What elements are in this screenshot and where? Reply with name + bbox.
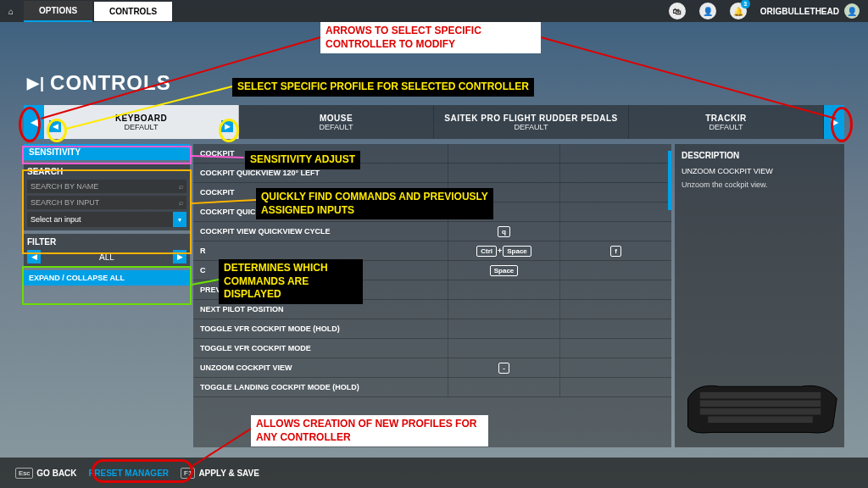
command-binding-2[interactable] — [559, 144, 671, 163]
preset-manager-button[interactable]: PRESET MANAGER — [89, 469, 169, 478]
apply-save-button[interactable]: F1 APPLY & SAVE — [181, 468, 259, 479]
controller-name: MOUSE — [320, 114, 353, 123]
sensitivity-button[interactable]: SENSITIVITY — [24, 144, 190, 160]
command-label: NEXT PILOT POSITION — [193, 305, 448, 313]
go-back-label: GO BACK — [36, 469, 76, 478]
controller-tab-trackir[interactable]: TRACKIR DEFAULT — [629, 105, 824, 139]
search-icon: ⌕ — [179, 182, 183, 191]
search-panel: SEARCH SEARCH BY NAME ⌕ SEARCH BY INPUT … — [24, 164, 190, 230]
annotation-filter: DETERMINES WHICH COMMANDS ARE DISPLAYED — [219, 259, 363, 304]
controller-tab-keyboard[interactable]: KEYBOARD DEFAULT ◀ ▶ — [44, 105, 239, 139]
controller-next-arrow[interactable]: ▶ — [824, 105, 844, 139]
notification-badge: 3 — [741, 0, 750, 8]
username-area[interactable]: ORIGBULLETHEAD 👤 — [760, 3, 860, 19]
command-binding-2[interactable] — [559, 339, 671, 358]
title-chevron-icon: ▶| — [27, 74, 45, 92]
command-binding-1[interactable] — [448, 164, 559, 182]
command-binding-1[interactable] — [448, 319, 559, 338]
annotation-preset: ALLOWS CREATION OF NEW PROFILES FOR ANY … — [251, 415, 488, 446]
command-binding-1[interactable]: - — [448, 358, 559, 377]
left-column: SENSITIVITY SEARCH SEARCH BY NAME ⌕ SEAR… — [24, 144, 190, 447]
command-row[interactable]: TOGGLE VFR COCKPIT MODE (HOLD) — [193, 319, 671, 339]
command-binding-2[interactable] — [559, 378, 671, 396]
command-binding-2[interactable] — [559, 202, 671, 221]
tab-controls[interactable]: CONTROLS — [94, 2, 172, 21]
controller-prev-arrow[interactable]: ◀ — [24, 105, 44, 139]
controller-name: SAITEK PRO FLIGHT RUDDER PEDALS — [444, 114, 617, 123]
expand-collapse-button[interactable]: EXPAND / COLLAPSE ALL — [24, 270, 190, 286]
scrollbar[interactable] — [668, 151, 671, 210]
page-title-text: CONTROLS — [50, 71, 171, 95]
controller-name: TRACKIR — [705, 114, 747, 123]
filter-value: ALL — [41, 252, 173, 262]
home-icon[interactable]: ⌂ — [8, 7, 14, 16]
annotation-search: QUICKLY FIND COMMANDS AND PREVIOUSLY ASS… — [256, 188, 493, 219]
chevron-down-icon: ▾ — [173, 212, 186, 227]
store-icon[interactable]: 🛍 — [669, 3, 686, 19]
select-input-label: Select an input — [31, 215, 81, 224]
command-binding-1[interactable]: q — [448, 222, 559, 241]
svg-rect-0 — [700, 392, 821, 399]
username-label: ORIGBULLETHEAD — [760, 7, 839, 16]
command-binding-2[interactable] — [559, 222, 671, 241]
command-label: TOGGLE VFR COCKPIT MODE (HOLD) — [193, 324, 448, 333]
command-binding-2[interactable] — [559, 319, 671, 338]
annotation-arrows: ARROWS TO SELECT SPECIFIC CONTROLLER TO … — [320, 22, 541, 53]
command-row[interactable]: TOGGLE LANDING COCKPIT MODE (HOLD) — [193, 378, 671, 397]
command-binding-2[interactable] — [559, 261, 671, 280]
command-binding-1[interactable]: Space — [448, 261, 559, 280]
search-title: SEARCH — [27, 167, 186, 176]
description-panel: DESCRIPTION UNZOOM COCKPIT VIEW Unzoom t… — [675, 144, 844, 447]
command-binding-2[interactable] — [559, 358, 671, 377]
keyboard-image — [680, 373, 841, 441]
command-row[interactable]: RCtrl + Spacef — [193, 241, 671, 261]
command-binding-1[interactable] — [448, 339, 559, 358]
select-input-dropdown[interactable]: Select an input ▾ — [27, 212, 186, 227]
command-binding-1[interactable] — [448, 378, 559, 396]
description-name: UNZOOM COCKPIT VIEW — [682, 167, 837, 175]
description-title: DESCRIPTION — [682, 151, 837, 160]
command-label: R — [193, 247, 448, 255]
command-row[interactable]: COCKPIT VIEW QUICKVIEW CYCLEq — [193, 222, 671, 241]
controller-profile: DEFAULT — [320, 123, 353, 131]
command-row[interactable]: TOGGLE VFR COCKPIT MODE — [193, 339, 671, 358]
command-label: TOGGLE LANDING COCKPIT MODE (HOLD) — [193, 383, 448, 391]
preset-manager-label: PRESET MANAGER — [89, 469, 169, 478]
command-binding-1[interactable] — [448, 300, 559, 319]
command-row[interactable]: UNZOOM COCKPIT VIEW- — [193, 358, 671, 378]
command-binding-1[interactable]: Ctrl + Space — [448, 241, 559, 260]
controller-profile: DEFAULT — [709, 123, 743, 131]
controller-tab-pedals[interactable]: SAITEK PRO FLIGHT RUDDER PEDALS DEFAULT — [434, 105, 629, 139]
controller-tab-mouse[interactable]: MOUSE DEFAULT — [239, 105, 434, 139]
search-placeholder: SEARCH BY NAME — [31, 182, 98, 191]
profile-icon[interactable]: 👤 — [699, 3, 716, 19]
search-by-input-input[interactable]: SEARCH BY INPUT ⌕ — [27, 196, 186, 209]
apply-save-label: APPLY & SAVE — [198, 469, 259, 478]
filter-next-arrow[interactable]: ▶ — [173, 250, 186, 263]
go-back-button[interactable]: Esc GO BACK — [15, 468, 77, 479]
filter-prev-arrow[interactable]: ◀ — [27, 250, 41, 263]
tab-options[interactable]: OPTIONS — [24, 1, 92, 22]
command-binding-2[interactable] — [559, 280, 671, 299]
profile-prev-arrow[interactable]: ◀ — [49, 120, 61, 132]
annotation-sensitivity: SENSITIVITY ADJUST — [245, 151, 360, 169]
command-label: UNZOOM COCKPIT VIEW — [193, 363, 448, 372]
command-binding-2[interactable] — [559, 183, 671, 202]
command-binding-1[interactable] — [448, 144, 559, 163]
command-binding-1[interactable] — [448, 280, 559, 299]
profile-next-arrow[interactable]: ▶ — [221, 120, 233, 132]
command-binding-2[interactable] — [559, 300, 671, 319]
command-label: TOGGLE VFR COCKPIT MODE — [193, 344, 448, 352]
controller-profile: DEFAULT — [515, 123, 548, 131]
notifications-icon[interactable]: 🔔 3 — [730, 3, 747, 19]
svg-rect-3 — [708, 416, 813, 423]
bottom-bar: Esc GO BACK PRESET MANAGER F1 APPLY & SA… — [0, 458, 868, 488]
controller-row: ◀ KEYBOARD DEFAULT ◀ ▶ MOUSE DEFAULT SAI… — [24, 105, 844, 139]
command-label: COCKPIT QUICKVIEW 120° LEFT — [193, 169, 448, 177]
key-hint: Esc — [15, 468, 33, 479]
filter-title: FILTER — [27, 237, 186, 247]
search-by-name-input[interactable]: SEARCH BY NAME ⌕ — [27, 180, 186, 193]
command-binding-2[interactable]: f — [559, 241, 671, 260]
key-hint: F1 — [181, 468, 195, 479]
command-binding-2[interactable] — [559, 164, 671, 182]
